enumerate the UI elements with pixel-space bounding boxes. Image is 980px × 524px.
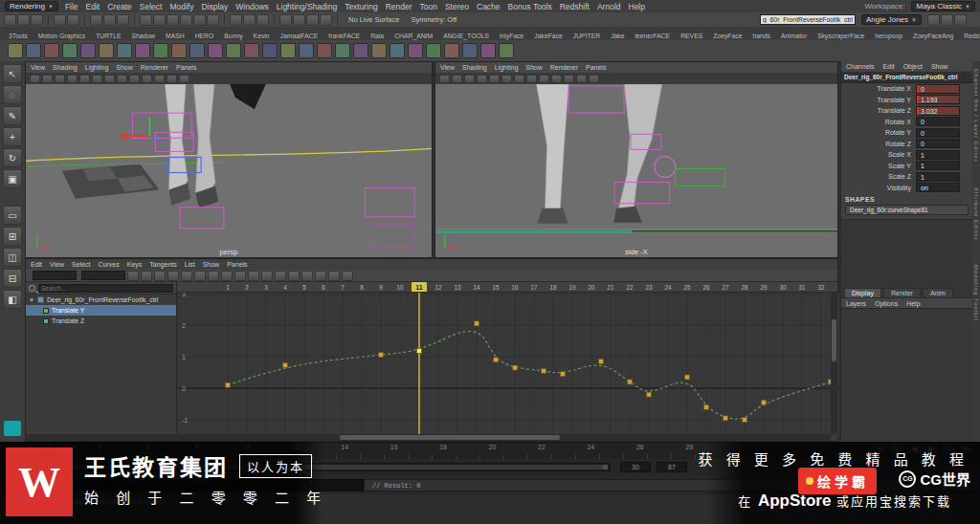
flat-tangents-icon[interactable] xyxy=(234,271,246,281)
bookmarks-icon[interactable] xyxy=(477,75,487,83)
lasso-select-tool-icon[interactable]: ◌ xyxy=(3,85,22,104)
symmetry-status[interactable]: Symmetry: Off xyxy=(411,15,457,24)
channel-row[interactable]: Rotate X0 xyxy=(841,117,972,128)
live-surface-status[interactable]: No Live Surface xyxy=(348,15,399,24)
shelf-item-icon[interactable] xyxy=(299,43,314,58)
shelf-item-icon[interactable] xyxy=(189,43,205,58)
construction-history-icon[interactable] xyxy=(256,14,269,26)
menu-item[interactable]: Stereo xyxy=(445,2,469,11)
snap-to-view-plane-icon[interactable] xyxy=(193,14,206,26)
output-connections-icon[interactable] xyxy=(243,14,256,26)
quick-selection-field[interactable] xyxy=(760,14,856,25)
render-current-frame-icon[interactable] xyxy=(293,14,305,26)
channel-value[interactable]: 1 xyxy=(916,172,960,182)
move-tool-icon[interactable]: + xyxy=(3,127,22,146)
shelf-item-icon[interactable] xyxy=(44,43,59,58)
side-viewport-canvas[interactable]: side -X xyxy=(435,84,837,257)
bookmarks-icon[interactable] xyxy=(67,75,78,83)
layer-editor-tab[interactable]: Anim xyxy=(923,288,953,297)
graph-vscrollbar[interactable] xyxy=(831,293,837,434)
stats-frame-field[interactable] xyxy=(33,271,77,280)
spline-tangents-icon[interactable] xyxy=(194,271,206,281)
channel-box-menu-item[interactable]: Edit xyxy=(883,63,895,70)
shelf-tab[interactable]: heropoop xyxy=(872,32,905,40)
isolate-select-icon[interactable] xyxy=(104,75,115,83)
expand-arrow-icon[interactable]: ▼ xyxy=(29,297,34,303)
select-camera-icon[interactable] xyxy=(439,75,450,83)
undo-icon[interactable] xyxy=(54,14,66,26)
channel-row[interactable]: Rotate Z0 xyxy=(841,139,972,150)
search-input[interactable] xyxy=(38,284,173,293)
isolate-select-icon[interactable] xyxy=(514,75,524,83)
channel-row[interactable]: Translate Y1.193 xyxy=(841,95,972,106)
channel-value[interactable]: 0 xyxy=(916,139,960,148)
menu-item[interactable]: Display xyxy=(201,2,228,11)
open-scene-icon[interactable] xyxy=(17,14,30,26)
gate-mask-icon[interactable] xyxy=(154,75,165,83)
shelf-tab[interactable]: ANGIE_TOOLS xyxy=(440,32,492,40)
shelf-item-icon[interactable] xyxy=(317,43,332,58)
menu-item[interactable]: Create xyxy=(107,2,132,11)
region-tool-icon[interactable] xyxy=(167,271,179,281)
shelf-item-icon[interactable] xyxy=(62,43,78,58)
channel-row[interactable]: Scale X1 xyxy=(841,149,972,161)
stats-value-field[interactable] xyxy=(81,271,125,280)
menu-item[interactable]: Lighting/Shading xyxy=(277,2,337,11)
viewport-menu-item[interactable]: Lighting xyxy=(495,64,519,71)
viewport-menu-item[interactable]: Renderer xyxy=(550,64,578,71)
shelf-item-icon[interactable] xyxy=(117,43,132,58)
camera-attributes-icon[interactable] xyxy=(55,75,65,83)
new-scene-icon[interactable] xyxy=(4,14,16,26)
channel-row[interactable]: Scale Z1 xyxy=(841,171,972,183)
resolution-gate-icon[interactable] xyxy=(551,75,562,83)
input-connections-icon[interactable] xyxy=(230,14,242,26)
channel-row[interactable]: Translate X0 xyxy=(841,83,972,95)
workspace-dropdown[interactable]: Maya Classic▼ xyxy=(911,1,975,11)
graph-editor-menu-item[interactable]: Show xyxy=(203,261,220,268)
graph-hscrollbar[interactable] xyxy=(177,434,831,441)
shelf-item-icon[interactable] xyxy=(99,43,114,58)
sidebar-attribute-editor-icon[interactable] xyxy=(941,14,953,26)
channel-value[interactable]: on xyxy=(916,183,960,192)
shelf-icon-strip[interactable] xyxy=(0,40,980,61)
menu-item[interactable]: Edit xyxy=(86,2,100,11)
grid-toggle-icon[interactable] xyxy=(117,75,127,83)
shelf-tab[interactable]: hands xyxy=(749,32,773,40)
shelf-tab[interactable]: 3Tools xyxy=(6,32,31,40)
shelf-item-icon[interactable] xyxy=(135,43,150,58)
step-tangents-icon[interactable] xyxy=(248,271,259,281)
shelf-item-icon[interactable] xyxy=(371,43,387,58)
shelf-item-icon[interactable] xyxy=(244,43,259,58)
lock-camera-icon[interactable] xyxy=(452,75,462,83)
shelf-item-icon[interactable] xyxy=(208,43,223,58)
shelf-tab[interactable]: Raia xyxy=(368,32,387,40)
unify-tangents-icon[interactable] xyxy=(315,271,326,281)
shelf-tab[interactable]: JUPITER xyxy=(570,32,603,40)
shelf-item-icon[interactable] xyxy=(499,43,514,58)
rotate-tool-icon[interactable]: ↻ xyxy=(3,148,22,167)
lattice-deform-keys-icon[interactable] xyxy=(154,271,166,281)
move-nearest-picked-key-icon[interactable] xyxy=(127,271,139,281)
safe-title-icon[interactable] xyxy=(179,75,189,83)
graph-editor-menu-item[interactable]: Curves xyxy=(99,261,120,268)
outliner-hscrollbar[interactable] xyxy=(26,434,177,441)
menu-item[interactable]: Toon xyxy=(420,2,437,11)
shelf-tab[interactable]: frankFACE xyxy=(325,32,363,40)
shelf-tab[interactable]: Jake xyxy=(608,32,627,40)
shelf-item-icon[interactable] xyxy=(390,43,405,58)
two-d-pan-zoom-icon[interactable] xyxy=(92,75,102,83)
shelf-tab[interactable]: leenerFACE xyxy=(633,32,674,40)
channel-value[interactable]: 0 xyxy=(916,84,960,94)
modeling-toolkit-badge[interactable] xyxy=(4,421,21,436)
film-gate-icon[interactable] xyxy=(129,75,140,83)
redo-icon[interactable] xyxy=(67,14,79,26)
scale-tool-icon[interactable]: ▣ xyxy=(3,169,22,188)
outliner-channel-row[interactable]: Translate Z xyxy=(26,316,176,326)
render-settings-icon[interactable] xyxy=(320,14,332,26)
channel-box-menu-item[interactable]: Object xyxy=(903,63,923,70)
menu-item[interactable]: Help xyxy=(629,2,645,11)
shelf-item-icon[interactable] xyxy=(335,43,350,58)
select-component-mode-icon[interactable] xyxy=(117,14,129,26)
shelf-tab[interactable]: TURTLE xyxy=(93,32,123,40)
shelf-tab[interactable]: MASH xyxy=(163,32,188,40)
